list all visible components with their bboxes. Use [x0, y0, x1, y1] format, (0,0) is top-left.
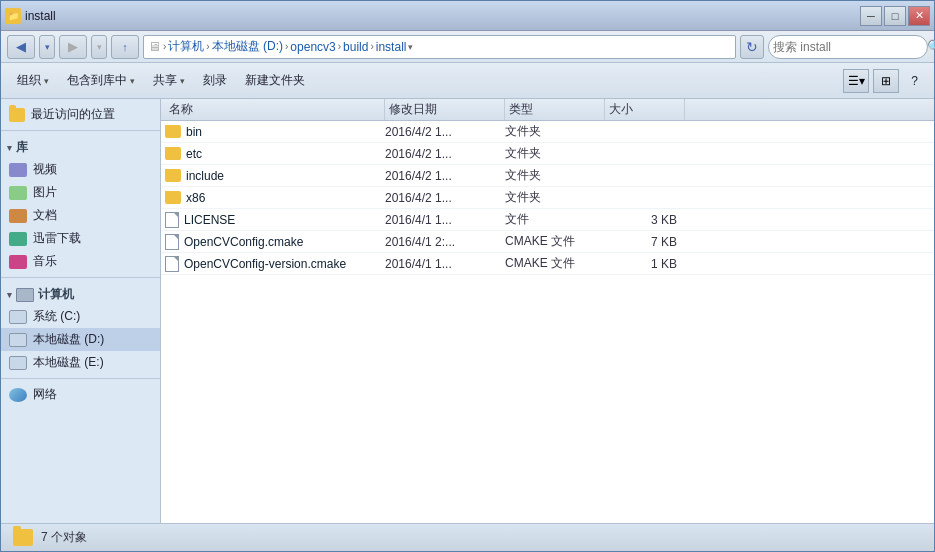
file-type: CMAKE 文件	[505, 233, 605, 250]
share-dropdown-icon: ▾	[180, 76, 185, 86]
breadcrumb-opencv3[interactable]: opencv3	[290, 40, 335, 54]
sidebar-lib-header[interactable]: ▾ 库	[1, 135, 160, 158]
close-button[interactable]: ✕	[908, 6, 930, 26]
search-icon[interactable]: 🔍	[927, 39, 935, 54]
file-name: x86	[165, 191, 385, 205]
file-list-container: 名称 修改日期 类型 大小 bin 2016/4/2 1... 文件夹	[161, 99, 934, 523]
table-row[interactable]: bin 2016/4/2 1... 文件夹	[161, 121, 934, 143]
sidebar-item-d[interactable]: 本地磁盘 (D:)	[1, 328, 160, 351]
download-label: 迅雷下载	[33, 230, 81, 247]
organize-label: 组织	[17, 72, 41, 89]
col-header-date[interactable]: 修改日期	[385, 99, 505, 120]
burn-label: 刻录	[203, 72, 227, 89]
file-icon	[165, 256, 179, 272]
table-row[interactable]: OpenCVConfig.cmake 2016/4/1 2:... CMAKE …	[161, 231, 934, 253]
table-row[interactable]: LICENSE 2016/4/1 1... 文件 3 KB	[161, 209, 934, 231]
breadcrumb-build[interactable]: build	[343, 40, 368, 54]
table-row[interactable]: include 2016/4/2 1... 文件夹	[161, 165, 934, 187]
computer-label: 计算机	[38, 286, 74, 303]
up-button[interactable]: ↑	[111, 35, 139, 59]
breadcrumb-computer[interactable]: 计算机	[168, 38, 204, 55]
status-bar: 7 个对象	[1, 523, 934, 551]
forward-button[interactable]: ▶	[59, 35, 87, 59]
recent-folder-icon	[9, 108, 25, 122]
column-header: 名称 修改日期 类型 大小	[161, 99, 934, 121]
share-button[interactable]: 共享 ▾	[145, 67, 193, 95]
view-options-button[interactable]: ☰▾	[843, 69, 869, 93]
file-type: CMAKE 文件	[505, 255, 605, 272]
file-date: 2016/4/2 1...	[385, 169, 505, 183]
title-bar-left: 📁 install	[5, 8, 56, 24]
share-label: 共享	[153, 72, 177, 89]
sidebar-item-video[interactable]: 视频	[1, 158, 160, 181]
drive-d-label: 本地磁盘 (D:)	[33, 331, 104, 348]
video-label: 视频	[33, 161, 57, 178]
recent-label: 最近访问的位置	[31, 106, 115, 123]
forward-dropdown[interactable]: ▾	[91, 35, 107, 59]
status-folder-icon	[13, 529, 33, 546]
search-input[interactable]	[773, 40, 923, 54]
new-folder-label: 新建文件夹	[245, 72, 305, 89]
file-name-text: LICENSE	[184, 213, 235, 227]
divider-2	[1, 277, 160, 278]
refresh-button[interactable]: ↻	[740, 35, 764, 59]
sep-icon: ›	[163, 41, 166, 52]
col-header-size[interactable]: 大小	[605, 99, 685, 120]
window-title: install	[25, 9, 56, 23]
sidebar-item-download[interactable]: 迅雷下载	[1, 227, 160, 250]
back-dropdown[interactable]: ▾	[39, 35, 55, 59]
file-name-text: bin	[186, 125, 202, 139]
folder-icon	[165, 191, 181, 204]
new-folder-button[interactable]: 新建文件夹	[237, 67, 313, 95]
breadcrumb-install[interactable]: install	[376, 40, 407, 54]
table-row[interactable]: OpenCVConfig-version.cmake 2016/4/1 1...…	[161, 253, 934, 275]
file-type: 文件夹	[505, 123, 605, 140]
breadcrumb-d[interactable]: 本地磁盘 (D:)	[212, 38, 283, 55]
table-row[interactable]: x86 2016/4/2 1... 文件夹	[161, 187, 934, 209]
sidebar-item-music[interactable]: 音乐	[1, 250, 160, 273]
file-date: 2016/4/1 1...	[385, 213, 505, 227]
sidebar-item-e[interactable]: 本地磁盘 (E:)	[1, 351, 160, 374]
sidebar-item-network[interactable]: 网络	[1, 383, 160, 406]
sidebar-computer-header[interactable]: ▾ 计算机	[1, 282, 160, 305]
sidebar-item-c[interactable]: 系统 (C:)	[1, 305, 160, 328]
sidebar-item-image[interactable]: 图片	[1, 181, 160, 204]
include-in-lib-button[interactable]: 包含到库中 ▾	[59, 67, 143, 95]
sidebar-item-recent[interactable]: 最近访问的位置	[1, 103, 160, 126]
breadcrumb-bar[interactable]: 🖥 › 计算机 › 本地磁盘 (D:) › opencv3 › build › …	[143, 35, 736, 59]
sep-0: ›	[206, 41, 209, 52]
help-button[interactable]: ?	[903, 67, 926, 95]
music-icon	[9, 255, 27, 269]
preview-button[interactable]: ⊞	[873, 69, 899, 93]
col-header-name[interactable]: 名称	[165, 99, 385, 120]
sidebar-item-doc[interactable]: 文档	[1, 204, 160, 227]
main-area: 最近访问的位置 ▾ 库 视频 图片 文档 迅雷下载	[1, 99, 934, 523]
file-name: OpenCVConfig-version.cmake	[165, 256, 385, 272]
table-row[interactable]: etc 2016/4/2 1... 文件夹	[161, 143, 934, 165]
image-label: 图片	[33, 184, 57, 201]
toolbar: 组织 ▾ 包含到库中 ▾ 共享 ▾ 刻录 新建文件夹 ☰▾ ⊞ ?	[1, 63, 934, 99]
doc-icon	[9, 209, 27, 223]
sep-3: ›	[370, 41, 373, 52]
folder-icon	[165, 125, 181, 138]
breadcrumb-dropdown[interactable]: ▾	[408, 42, 413, 52]
file-name: LICENSE	[165, 212, 385, 228]
maximize-button[interactable]: □	[884, 6, 906, 26]
col-header-type[interactable]: 类型	[505, 99, 605, 120]
include-in-lib-label: 包含到库中	[67, 72, 127, 89]
file-list: bin 2016/4/2 1... 文件夹 etc 2016/4/2 1... …	[161, 121, 934, 523]
lib-label: 库	[16, 139, 28, 156]
minimize-button[interactable]: ─	[860, 6, 882, 26]
drive-d-icon	[9, 333, 27, 347]
file-size: 7 KB	[605, 235, 685, 249]
burn-button[interactable]: 刻录	[195, 67, 235, 95]
file-date: 2016/4/2 1...	[385, 191, 505, 205]
back-button[interactable]: ◀	[7, 35, 35, 59]
computer-icon	[16, 288, 34, 302]
folder-icon	[165, 147, 181, 160]
file-icon	[165, 212, 179, 228]
organize-button[interactable]: 组织 ▾	[9, 67, 57, 95]
file-date: 2016/4/1 1...	[385, 257, 505, 271]
search-box[interactable]: 🔍	[768, 35, 928, 59]
file-name-text: OpenCVConfig-version.cmake	[184, 257, 346, 271]
